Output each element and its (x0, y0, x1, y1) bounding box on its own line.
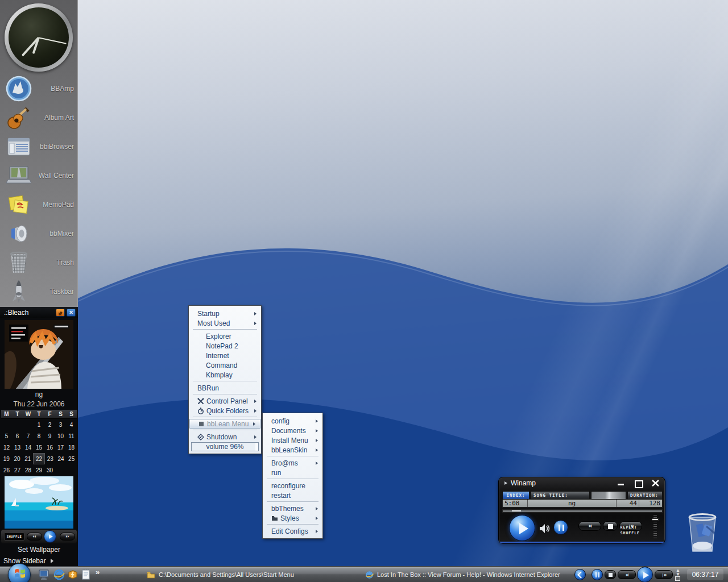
calendar-day-19[interactable]: 19 (1, 453, 12, 464)
calendar-day-4[interactable]: 4 (66, 419, 77, 430)
seek-slider[interactable] (591, 491, 626, 500)
recycle-bin[interactable] (685, 510, 720, 555)
menu-item-command[interactable]: Command (189, 360, 261, 370)
menu-item-bbleanskin[interactable]: bbLeanSkin (263, 445, 322, 455)
calendar-day-25[interactable]: 25 (66, 453, 77, 464)
wallpaper-preview-image[interactable] (5, 476, 73, 529)
calendar-day-22[interactable]: 22 (33, 453, 45, 464)
menu-item-documents[interactable]: Documents (263, 426, 322, 435)
menu-item-notepad-2[interactable]: NotePad 2 (189, 341, 261, 351)
menu-item-bblean-menu[interactable]: bbLean Menu (189, 419, 260, 429)
calendar-day-28[interactable]: 28 (23, 464, 34, 476)
calendar-day-3[interactable]: 3 (55, 419, 66, 430)
menu-item-edit-configs[interactable]: Edit Configs (263, 526, 322, 536)
tray-back-button[interactable] (574, 569, 586, 580)
pause-button[interactable] (553, 520, 568, 535)
album-art-image[interactable] (5, 320, 73, 389)
start-button[interactable] (8, 563, 31, 582)
progress-handle[interactable] (512, 510, 521, 512)
menu-item-kbmplay[interactable]: Kbmplay (189, 370, 261, 380)
calendar-day-17[interactable]: 17 (55, 442, 66, 453)
dock-item-bbamp[interactable]: BBAmp (0, 74, 78, 103)
previous-wallpaper-button[interactable]: ⏴⏴ (27, 533, 42, 541)
progress-slider[interactable] (502, 509, 663, 513)
menu-item-control-panel[interactable]: Control Panel (189, 396, 261, 406)
taskbar-task-internet-explorer[interactable]: Lost In The Box :: View Forum - Help! - … (365, 567, 560, 582)
calendar-day-23[interactable]: 23 (45, 453, 56, 464)
dock-item-taskbar[interactable]: Taskbar (0, 277, 78, 306)
calendar-day-12[interactable]: 12 (1, 442, 12, 453)
stop-button[interactable] (603, 521, 618, 531)
calendar-day-10[interactable]: 10 (55, 430, 66, 442)
winamp-window[interactable]: Winamp INDEX: SONG TITLE: DURATION: 5:08… (498, 477, 665, 544)
calendar-day-27[interactable]: 27 (12, 464, 23, 476)
menu-item-volume-96[interactable]: volume 96% (191, 442, 259, 451)
calendar-day-6[interactable]: 6 (12, 430, 23, 442)
quicklaunch-overflow-chevron-icon[interactable]: » (96, 568, 100, 576)
bleach-titlebar[interactable]: .:Bleach ✕ (0, 307, 78, 318)
analog-clock[interactable] (5, 3, 73, 72)
quicklaunch-notepad-icon[interactable] (80, 569, 92, 580)
calendar-day-2[interactable]: 2 (44, 419, 55, 430)
menu-item-reconfigure[interactable]: reconfigure (263, 481, 322, 490)
winamp-menu-icon[interactable] (504, 481, 507, 485)
calendar-day-24[interactable]: 24 (56, 453, 67, 464)
calendar-day-7[interactable]: 7 (23, 430, 34, 442)
menu-item-run[interactable]: run (263, 468, 322, 477)
calendar-day-9[interactable]: 9 (44, 430, 55, 442)
dock-item-trash[interactable]: Trash (0, 248, 78, 277)
menu-item-bbrun[interactable]: BBRun (189, 383, 261, 393)
calendar-day-18[interactable]: 18 (66, 442, 77, 453)
menu-item-shutdown[interactable]: Shutdown (189, 432, 261, 442)
menu-item-most-used[interactable]: Most Used (189, 318, 261, 328)
minimize-button[interactable] (617, 480, 625, 487)
quicklaunch-desktop-icon[interactable] (39, 569, 50, 580)
menu-item-install-menu[interactable]: Install Menu (263, 435, 322, 445)
shuffle-label[interactable]: SHUFFLE (621, 530, 640, 536)
menu-item-bbthemes[interactable]: bbThemes (263, 504, 322, 513)
pin-button[interactable] (56, 309, 65, 317)
speaker-icon[interactable] (540, 524, 550, 533)
calendar-day-15[interactable]: 15 (34, 442, 44, 453)
tray-pause-button[interactable] (592, 569, 603, 580)
menu-item-quick-folders[interactable]: Quick Folders (189, 406, 261, 415)
repeat-label[interactable]: REPEAT (621, 525, 640, 530)
close-button[interactable]: ✕ (67, 309, 76, 317)
dock-item-memopad[interactable]: MemoPad (0, 190, 78, 219)
dock-item-album-art[interactable]: Album Art (0, 103, 78, 132)
quicklaunch-ie-icon[interactable] (53, 569, 65, 580)
calendar-day-16[interactable]: 16 (44, 442, 55, 453)
menu-item-startup[interactable]: Startup (189, 309, 261, 318)
tray-window-icon[interactable] (675, 576, 680, 581)
menu-item-config[interactable]: config (263, 416, 322, 426)
tray-scroll-arrows-icon[interactable]: ▲▼ (676, 568, 680, 576)
winamp-titlebar[interactable]: Winamp (499, 477, 665, 489)
next-wallpaper-button[interactable]: ⏵⏵ (60, 533, 75, 541)
tray-play-button[interactable] (637, 567, 653, 582)
close-button[interactable] (651, 480, 659, 487)
tray-stop-button[interactable] (605, 570, 616, 579)
quicklaunch-tool-icon[interactable] (67, 569, 78, 580)
set-wallpaper-button[interactable]: Set Wallpaper (0, 546, 78, 554)
previous-track-button[interactable]: ⏴⏴❘ (578, 521, 601, 531)
menu-item-styles[interactable]: Styles (263, 513, 322, 523)
play-button[interactable] (509, 515, 535, 541)
calendar-day-29[interactable]: 29 (34, 464, 44, 476)
calendar-day-11[interactable]: 11 (66, 430, 77, 442)
taskbar-task-explorer[interactable]: C:\Documents and Settings\All Users\Star… (147, 567, 294, 582)
menu-item-explorer[interactable]: Explorer (189, 331, 261, 341)
maximize-button[interactable] (634, 480, 642, 487)
calendar-day-21[interactable]: 21 (22, 453, 33, 464)
calendar-day-13[interactable]: 13 (12, 442, 23, 453)
calendar-day-26[interactable]: 26 (1, 464, 12, 476)
menu-item-internet[interactable]: Internet (189, 351, 261, 360)
menu-item-restart[interactable]: restart (263, 490, 322, 500)
calendar-day-8[interactable]: 8 (34, 430, 44, 442)
tray-previous-button[interactable]: ⏴⏴❘ (618, 570, 636, 579)
play-slideshow-button[interactable] (44, 530, 56, 543)
dock-item-bbmixer[interactable]: bbMixer (0, 219, 78, 248)
menu-item-bro-ms[interactable]: Bro@ms (263, 458, 322, 468)
calendar-day-5[interactable]: 5 (1, 430, 12, 442)
taskbar-clock[interactable]: 06:37:17 (687, 569, 723, 580)
repeat-shuffle-labels[interactable]: REPEAT SHUFFLE (621, 525, 640, 536)
